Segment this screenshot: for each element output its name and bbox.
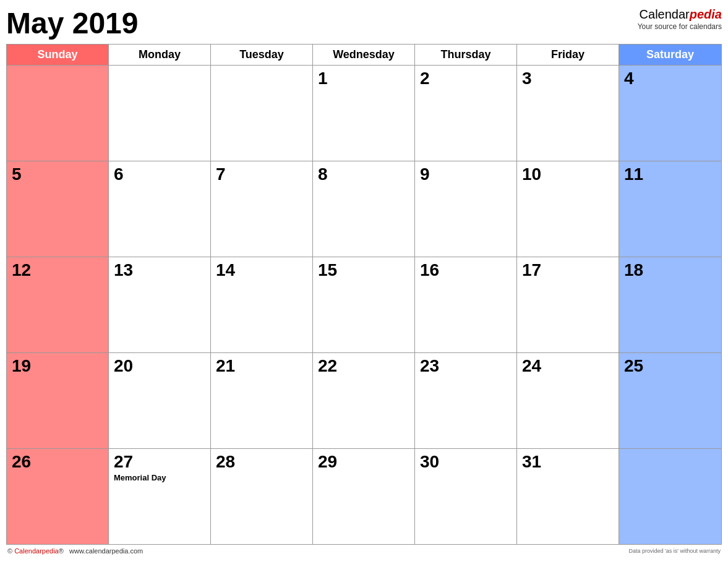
day-number: 14 (216, 261, 307, 280)
day-cell: 11 (619, 161, 721, 257)
day-number: 29 (318, 453, 409, 472)
day-cell: 29 (313, 449, 415, 544)
day-cell: 13 (109, 257, 211, 352)
header-thursday: Thursday (415, 45, 517, 65)
header: May 2019 Calendarpedia Your source for c… (6, 6, 722, 40)
brand-link: Calendarpedia (14, 547, 59, 555)
day-cell: 9 (415, 161, 517, 257)
header-wednesday: Wednesday (313, 45, 415, 65)
header-sunday: Sunday (7, 45, 109, 65)
footer: © Calendarpedia® www.calendarpedia.com D… (6, 545, 722, 555)
footer-right: Data provided 'as is' without warranty (628, 548, 721, 554)
day-number: 7 (216, 165, 307, 184)
day-number: 22 (318, 357, 409, 376)
day-number: 26 (12, 453, 103, 472)
day-number: 6 (114, 165, 205, 184)
week-row: 19 20 21 22 23 24 25 (7, 353, 721, 449)
day-number: 30 (420, 453, 512, 472)
day-number: 31 (522, 453, 614, 472)
week-row: 5 6 7 8 9 10 11 (7, 161, 721, 257)
day-cell: 16 (415, 257, 517, 352)
day-cell: 8 (313, 161, 415, 257)
day-number: 8 (318, 165, 409, 184)
day-cell: 20 (109, 353, 211, 448)
day-cell: 12 (7, 257, 109, 352)
day-cell: 30 (415, 449, 517, 544)
week-row: 1 2 3 4 (7, 66, 721, 161)
brand-name: Calendarpedia (638, 6, 722, 22)
calendar-page: May 2019 Calendarpedia Your source for c… (0, 0, 728, 567)
day-cell (109, 66, 211, 161)
day-number: 13 (114, 261, 205, 280)
day-cell (7, 66, 109, 161)
day-number: 9 (420, 165, 512, 184)
day-cell: 25 (619, 353, 721, 448)
day-number: 27 (114, 453, 205, 472)
week-row: 26 27 Memorial Day 28 29 30 31 (7, 449, 721, 544)
day-cell: 5 (7, 161, 109, 257)
header-tuesday: Tuesday (211, 45, 313, 65)
day-cell: 6 (109, 161, 211, 257)
day-number: 4 (624, 69, 716, 88)
day-cell: 28 (211, 449, 313, 544)
day-cell: 26 (7, 449, 109, 544)
brand-name-red: pedia (690, 7, 722, 21)
day-number: 15 (318, 261, 409, 280)
day-headers: Sunday Monday Tuesday Wednesday Thursday… (7, 45, 721, 66)
day-cell: 23 (415, 353, 517, 448)
footer-left: © Calendarpedia® www.calendarpedia.com (7, 547, 143, 555)
day-number: 5 (12, 165, 103, 184)
day-cell: 15 (313, 257, 415, 352)
day-cell (619, 449, 721, 544)
day-number: 17 (522, 261, 614, 280)
day-number: 16 (420, 261, 512, 280)
day-cell: 24 (517, 353, 619, 448)
day-number: 25 (624, 357, 716, 376)
day-number: 1 (318, 69, 409, 88)
day-cell: 4 (619, 66, 721, 161)
day-cell: 17 (517, 257, 619, 352)
day-cell: 14 (211, 257, 313, 352)
day-number: 11 (624, 165, 716, 184)
header-friday: Friday (517, 45, 619, 65)
day-cell: 22 (313, 353, 415, 448)
day-number: 24 (522, 357, 614, 376)
brand-tagline: Your source for calendars (638, 22, 722, 32)
day-number: 18 (624, 261, 716, 280)
day-cell: 18 (619, 257, 721, 352)
day-number: 28 (216, 453, 307, 472)
day-cell: 2 (415, 66, 517, 161)
header-monday: Monday (109, 45, 211, 65)
month-title: May 2019 (6, 6, 139, 40)
day-cell: 31 (517, 449, 619, 544)
day-cell: 21 (211, 353, 313, 448)
day-number: 2 (420, 69, 512, 88)
day-number: 21 (216, 357, 307, 376)
day-cell (211, 66, 313, 161)
calendar-grid: Sunday Monday Tuesday Wednesday Thursday… (6, 44, 722, 545)
day-number: 10 (522, 165, 614, 184)
day-cell-memorial-day: 27 Memorial Day (109, 449, 211, 544)
day-number: 20 (114, 357, 205, 376)
day-cell: 10 (517, 161, 619, 257)
calendar-weeks: 1 2 3 4 5 6 (7, 66, 721, 544)
day-cell: 1 (313, 66, 415, 161)
header-saturday: Saturday (619, 45, 721, 65)
brand: Calendarpedia Your source for calendars (638, 6, 722, 32)
week-row: 12 13 14 15 16 17 18 (7, 257, 721, 353)
day-number: 3 (522, 69, 614, 88)
day-cell: 19 (7, 353, 109, 448)
day-number: 19 (12, 357, 103, 376)
day-cell: 3 (517, 66, 619, 161)
day-cell: 7 (211, 161, 313, 257)
day-number: 23 (420, 357, 512, 376)
holiday-label: Memorial Day (114, 473, 205, 482)
day-number: 12 (12, 261, 103, 280)
